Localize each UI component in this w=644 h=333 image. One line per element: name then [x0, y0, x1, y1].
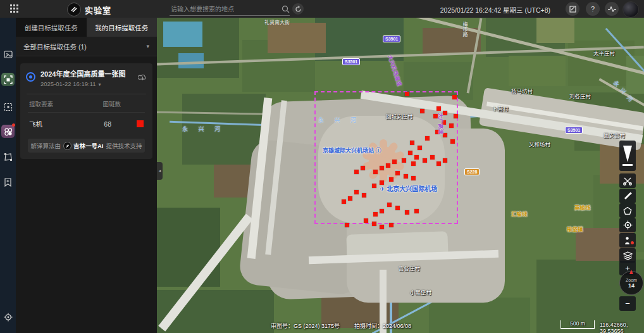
- user-avatar[interactable]: [622, 1, 639, 18]
- satellite-map[interactable]: 永 兴 河永 兴 河永兴河礼贤南大街梅市路大兴机场高速大广高速回城安庄村太平庄村…: [157, 18, 644, 333]
- plane-detection-marker[interactable]: [437, 106, 441, 111]
- settings-gear-icon[interactable]: [1, 310, 15, 324]
- plane-detection-marker[interactable]: [386, 163, 390, 168]
- plane-detection-marker[interactable]: [414, 155, 419, 160]
- plane-detection-marker[interactable]: [430, 155, 435, 160]
- tab-create-task[interactable]: 创建目标提取任务: [16, 18, 87, 37]
- plane-detection-marker[interactable]: [364, 218, 368, 223]
- plane-detection-marker[interactable]: [411, 176, 416, 180]
- plane-detection-marker[interactable]: [414, 209, 419, 213]
- plane-detection-marker[interactable]: [411, 161, 416, 166]
- plane-detection-marker[interactable]: [380, 225, 384, 229]
- task-filter-dropdown[interactable]: 全部目标提取任务 (1) ▾: [16, 37, 157, 56]
- plane-detection-marker[interactable]: [395, 171, 400, 175]
- region-select-icon[interactable]: [1, 100, 15, 113]
- chevron-down-icon[interactable]: ▾: [99, 82, 101, 87]
- plane-detection-marker[interactable]: [404, 174, 408, 179]
- activity-button[interactable]: [605, 2, 619, 16]
- feature-count: 68: [104, 120, 111, 128]
- plane-detection-marker[interactable]: [402, 158, 406, 163]
- plane-detection-marker[interactable]: [395, 206, 400, 210]
- terrain-patch: [509, 56, 566, 86]
- zoom-level-dial[interactable]: Zoom 14: [619, 271, 643, 295]
- plane-detection-marker[interactable]: [361, 166, 365, 170]
- capture-date: 拍摄时间：2024/06/08: [354, 322, 411, 330]
- draw-line-tool[interactable]: [619, 189, 636, 203]
- ai-apps-icon[interactable]: [1, 125, 15, 138]
- task-created-datetime: 2025-01-22 16:19:11▾: [40, 80, 146, 87]
- plane-detection-marker[interactable]: [437, 161, 441, 166]
- plane-detection-marker[interactable]: [373, 212, 378, 217]
- plane-detection-marker[interactable]: [410, 141, 414, 145]
- plane-detection-marker[interactable]: [423, 158, 427, 163]
- plane-detection-marker[interactable]: [452, 95, 457, 99]
- plane-detection-marker[interactable]: [345, 223, 349, 227]
- plane-detection-marker[interactable]: [405, 92, 409, 96]
- plane-detection-marker[interactable]: [354, 170, 359, 174]
- plane-detection-marker[interactable]: [443, 133, 447, 137]
- street-view-tool[interactable]: [619, 233, 636, 248]
- swipe-compare-tool[interactable]: [619, 141, 636, 171]
- plane-detection-marker[interactable]: [362, 193, 366, 198]
- plane-detection-marker[interactable]: [380, 180, 384, 185]
- plane-detection-marker[interactable]: [380, 209, 384, 213]
- plane-detection-marker[interactable]: [433, 114, 438, 118]
- panel-collapse-handle[interactable]: ◂: [157, 162, 163, 180]
- search-icon[interactable]: [282, 5, 290, 13]
- plane-detection-marker[interactable]: [389, 177, 393, 182]
- result-table-row[interactable]: 飞机 68: [20, 114, 152, 131]
- zoom-out-button[interactable]: −: [619, 296, 636, 311]
- plane-detection-marker[interactable]: [450, 139, 455, 144]
- plane-detection-marker[interactable]: [372, 184, 376, 188]
- top-bar: 实验室 2025/01/22 16:24:42 星期三 (UTC+8) ?: [0, 0, 644, 18]
- divider: [28, 112, 145, 113]
- apps-grid-icon[interactable]: [10, 4, 18, 13]
- zoom-level-value: 14: [628, 282, 635, 289]
- feature-color-swatch: [137, 120, 144, 127]
- plane-detection-marker[interactable]: [392, 160, 397, 164]
- terrain-patch: [157, 208, 220, 287]
- polygon-tool-icon[interactable]: [1, 150, 15, 163]
- draw-polygon-tool[interactable]: [619, 203, 636, 218]
- plane-detection-marker[interactable]: [420, 109, 424, 113]
- plane-detection-marker[interactable]: [443, 158, 447, 163]
- tab-my-tasks[interactable]: 我的目标提取任务: [87, 18, 158, 37]
- plane-detection-marker[interactable]: [425, 136, 430, 141]
- plane-detection-marker[interactable]: [380, 166, 384, 170]
- column-feature: 提取要素: [29, 99, 53, 108]
- datetime-display: 2025/01/22 16:24:42 星期三 (UTC+8): [440, 5, 550, 15]
- plane-detection-marker[interactable]: [449, 123, 454, 128]
- download-result-icon[interactable]: [138, 73, 147, 81]
- notification-dot: [12, 123, 15, 127]
- plane-detection-marker[interactable]: [387, 203, 392, 207]
- feedback-button[interactable]: [566, 2, 579, 16]
- image-library-icon[interactable]: [1, 47, 15, 61]
- target-extraction-icon[interactable]: [1, 73, 15, 86]
- panel-tabs: 创建目标提取任务 我的目标提取任务: [16, 18, 157, 37]
- plane-detection-marker[interactable]: [405, 210, 409, 215]
- reset-view-icon[interactable]: [292, 3, 304, 15]
- terrain-patch: [536, 18, 574, 43]
- help-button[interactable]: ?: [586, 2, 600, 16]
- clip-scissors-tool[interactable]: [619, 173, 636, 188]
- plane-detection-marker[interactable]: [435, 130, 440, 134]
- plane-detection-marker[interactable]: [454, 114, 458, 118]
- search-input[interactable]: [170, 5, 282, 13]
- locate-tool[interactable]: [619, 218, 636, 232]
- plane-detection-marker[interactable]: [342, 199, 346, 204]
- plane-detection-marker[interactable]: [354, 190, 359, 194]
- plane-detection-marker[interactable]: [408, 151, 412, 155]
- plane-detection-marker[interactable]: [442, 120, 446, 125]
- plane-detection-marker[interactable]: [443, 111, 447, 115]
- bookmark-add-icon[interactable]: [1, 175, 15, 189]
- swipe-bar-icon: [622, 164, 633, 166]
- plane-detection-marker[interactable]: [372, 222, 376, 226]
- task-radio-selected[interactable]: [26, 72, 35, 82]
- swipe-wedge-icon: [623, 146, 632, 162]
- plane-detection-marker[interactable]: [418, 146, 422, 150]
- plane-detection-marker[interactable]: [389, 223, 393, 227]
- cursor-coordinates: 116.42660, 39.53656: [600, 322, 644, 333]
- plane-detection-marker[interactable]: [373, 170, 378, 174]
- task-card[interactable]: 2024年度全国高质量一张图 2025-01-22 16:19:11▾ 提取要素…: [20, 63, 152, 159]
- plane-detection-marker[interactable]: [348, 196, 352, 201]
